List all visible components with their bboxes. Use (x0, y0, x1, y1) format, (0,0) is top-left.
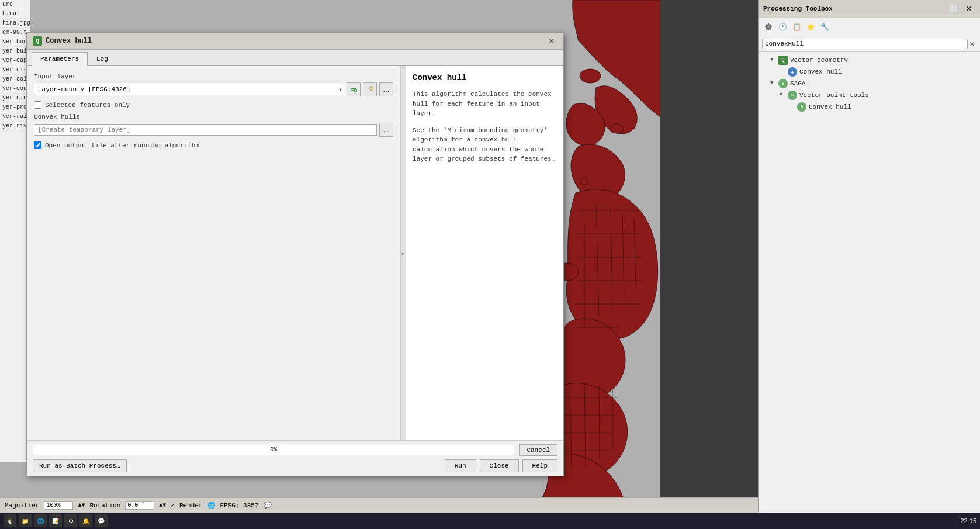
layer-item[interactable]: yer-railw… (0, 112, 30, 122)
layer-item[interactable]: yer-nine… (0, 94, 30, 103)
open-output-label[interactable]: Open output file after running algorithm (45, 142, 199, 149)
tab-parameters[interactable]: Parameters (32, 52, 88, 66)
dialog-title-icon: Q (33, 36, 42, 46)
render-checkbox-icon: ✓ (171, 502, 175, 509)
help-panel: Convex hull This algorithm calculates th… (406, 66, 563, 440)
dialog-titlebar: Q Convex hull ✕ (27, 33, 563, 50)
tree-convex-hull-vector[interactable]: ▶ ◆ Convex hull (759, 66, 980, 78)
epsg-label: EPSG: 3857 (220, 502, 259, 509)
layer-item[interactable]: hina (0, 9, 30, 19)
selected-features-row: Selected features only (34, 101, 393, 109)
help-text-2: See the 'Minimum bounding geometry' algo… (413, 126, 556, 164)
vector-geometry-label: Vector geometry (790, 57, 848, 64)
input-layer-select[interactable]: layer-county [EPSG:4326] (34, 84, 344, 95)
help-button[interactable]: Help (522, 459, 557, 472)
progress-row: 0% Cancel (33, 444, 557, 456)
taskbar-button-2[interactable]: 📁 (19, 514, 32, 527)
rotation-spinner-icon[interactable]: ▲▼ (159, 502, 166, 509)
tree-saga-arrow-icon: ▼ (770, 80, 777, 87)
input-layer-dropdown-wrapper[interactable]: layer-county [EPSG:4326] ▼ (34, 84, 344, 95)
parameters-panel: Input layer layer-county [EPSG:4326] ▼ (27, 66, 401, 440)
batch-process-button[interactable]: Run as Batch Process… (33, 459, 127, 472)
run-button[interactable]: Run (445, 459, 476, 472)
output-file-input[interactable] (34, 124, 377, 136)
vector-point-tools-label: Vector point tools (799, 92, 869, 99)
selected-features-label[interactable]: Selected features only (45, 102, 130, 109)
layer-item[interactable]: hina.jpg (0, 19, 30, 28)
close-button[interactable]: Close (480, 459, 519, 472)
status-bar: Magnifier ▲▼ Rotation ▲▼ ✓ Render 🌐 EPSG… (0, 497, 758, 513)
layer-item[interactable]: em-90.t… (0, 28, 30, 37)
taskbar-button-3[interactable]: 🌐 (34, 514, 47, 527)
saga-sub-icon: S (788, 91, 797, 100)
taskbar-button-5[interactable]: ⚙ (64, 514, 77, 527)
dialog-close-button[interactable]: ✕ (546, 37, 557, 45)
magnifier-input[interactable] (44, 501, 73, 510)
selected-features-checkbox[interactable] (34, 101, 41, 109)
tree-convex-hull-saga[interactable]: ▶ S Convex hull (759, 101, 980, 113)
toolbox-search-clear-button[interactable]: ✕ (968, 40, 976, 49)
taskbar-button-7[interactable]: 💬 (95, 514, 108, 527)
layer-item[interactable]: yer-pro… (0, 103, 30, 112)
coord-icon: 💬 (264, 502, 272, 509)
layer-item[interactable]: yer-buil… (0, 47, 30, 56)
svg-point-1 (580, 69, 601, 83)
input-layer-label: Input layer (34, 73, 393, 80)
rotation-input[interactable] (125, 501, 154, 510)
saga-icon: S (778, 79, 788, 88)
convex-hull-vector-label: Convex hull (799, 68, 842, 75)
layer-item[interactable]: yer-cap… (0, 56, 30, 65)
layer-item[interactable]: yer-city… (0, 65, 30, 75)
layer-item[interactable]: yer-coll… (0, 75, 30, 84)
toolbox-title: Processing Toolbox (763, 5, 833, 12)
layer-item[interactable]: yer-rive… (0, 122, 30, 131)
tab-log[interactable]: Log (88, 52, 117, 65)
tree-saga[interactable]: ▼ S SAGA (759, 78, 980, 89)
convex-hull-dialog: Q Convex hull ✕ Parameters Log Input lay… (26, 32, 564, 476)
toolbox-wrench-icon[interactable]: 🔧 (818, 20, 831, 33)
taskbar-button-6[interactable]: 🔔 (79, 514, 92, 527)
rotation-label: Rotation (89, 502, 120, 509)
layer-item[interactable]: ure (0, 0, 30, 9)
edit-layer-button[interactable] (347, 82, 361, 96)
action-buttons: Run as Batch Process… Run Close Help (33, 459, 557, 472)
cancel-button[interactable]: Cancel (519, 444, 557, 456)
toolbox-bookmark-icon[interactable]: ⭐ (804, 20, 817, 33)
toolbox-history-icon[interactable]: 🕐 (776, 20, 789, 33)
convex-hull-saga-label: Convex hull (809, 103, 851, 110)
toolbox-restore-button[interactable]: ⬜ (947, 2, 960, 15)
output-file-row: … (34, 123, 393, 137)
input-layer-row: layer-county [EPSG:4326] ▼ (34, 82, 393, 96)
dialog-title-left: Q Convex hull (33, 36, 92, 46)
resize-handle[interactable] (401, 66, 406, 440)
taskbar-button-1[interactable]: 🐧 (4, 514, 16, 527)
qgis-icon: Q (778, 56, 788, 65)
open-output-checkbox[interactable] (34, 141, 41, 149)
svg-point-2 (610, 124, 624, 133)
open-output-row: Open output file after running algorithm (34, 141, 393, 149)
dialog-bottom: 0% Cancel Run as Batch Process… Run Clos… (27, 440, 563, 476)
output-more-button[interactable]: … (379, 123, 393, 137)
tree-arrow-icon: ▼ (770, 57, 777, 64)
tree-vector-geometry[interactable]: ▼ Q Vector geometry (759, 54, 980, 66)
toolbox-settings-icon[interactable] (762, 20, 775, 33)
toolbox-results-icon[interactable]: 📋 (790, 20, 803, 33)
spinner-up-icon[interactable]: ▲▼ (78, 502, 85, 509)
toolbox-search-input[interactable] (762, 39, 968, 49)
more-options-button[interactable]: … (379, 82, 393, 96)
processing-toolbox: Processing Toolbox ⬜ ✕ 🕐 📋 ⭐ 🔧 ✕ ▼ Q Vec… (758, 0, 980, 529)
layer-item[interactable]: yer-bou… (0, 37, 30, 47)
toolbox-close-button[interactable]: ✕ (962, 2, 975, 15)
help-text-1: This algorithm calculates the convex hul… (413, 89, 556, 119)
layer-item[interactable]: yer-cou… (0, 84, 30, 94)
svg-point-9 (370, 88, 372, 89)
svg-point-10 (767, 26, 770, 28)
svg-point-8 (355, 90, 356, 92)
settings-layer-button[interactable] (363, 82, 377, 96)
taskbar-button-4[interactable]: 📝 (49, 514, 62, 527)
toolbox-titlebar: Processing Toolbox ⬜ ✕ (759, 0, 980, 18)
taskbar: 🐧 📁 🌐 📝 ⚙ 🔔 💬 22:15 (0, 513, 980, 529)
tree-vector-point-tools[interactable]: ▼ S Vector point tools (759, 89, 980, 101)
taskbar-time: 22:15 (960, 517, 976, 524)
toolbox-toolbar: 🕐 📋 ⭐ 🔧 (759, 18, 980, 36)
